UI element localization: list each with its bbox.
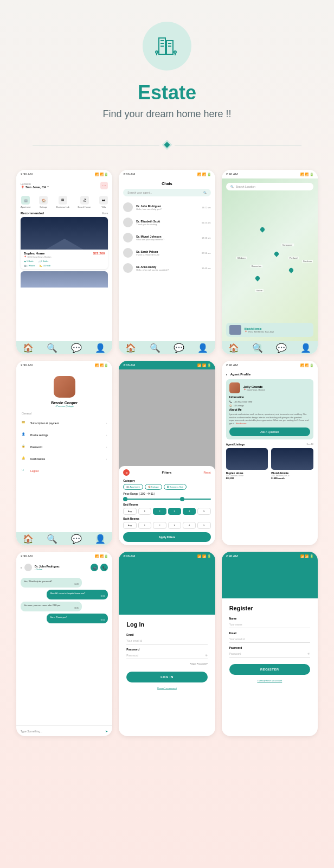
video-call-button[interactable]: 📹	[91, 564, 98, 571]
logout-icon: ↪	[22, 468, 27, 474]
nav-chat-icon[interactable]: 💬	[175, 344, 183, 352]
chat-item[interactable]: Dr. Sarah PolsonI want a 2 floored house…	[123, 245, 210, 260]
menu-logout[interactable]: ↪Logout	[16, 465, 112, 477]
category-business[interactable]: 🏛Business hub	[56, 196, 69, 208]
bathroom-option[interactable]: 3	[168, 522, 181, 529]
bathroom-option[interactable]: 2	[153, 522, 166, 529]
nav-profile-icon[interactable]: 👤	[302, 344, 310, 352]
chat-item[interactable]: Dr. Miguel JohnsonWhat are your requirem…	[123, 230, 210, 245]
nav-profile-icon[interactable]: 👤	[97, 344, 104, 352]
apply-filters-button[interactable]: Apply Filters	[123, 532, 210, 542]
map-pin-icon[interactable]	[259, 226, 265, 232]
property-card-2[interactable]	[21, 271, 108, 288]
bedroom-option[interactable]: Any	[123, 508, 136, 515]
nav-search-icon[interactable]: 🔍	[48, 344, 56, 352]
menu-subscription[interactable]: 💳Subscription & payment›	[16, 417, 112, 429]
agent-phone[interactable]: 📞 +65 8123 456 7890	[229, 400, 310, 403]
nav-search-icon[interactable]: 🔍	[151, 344, 159, 352]
register-button[interactable]: REGISTER	[229, 664, 310, 675]
nav-search-icon[interactable]: 🔍	[254, 344, 261, 352]
nav-chat-icon[interactable]: 💬	[73, 344, 80, 352]
screen-filters: 2:36 AM📶 📶 🔋 ✕ Filters Reset Category 🏢 …	[119, 361, 215, 545]
send-icon[interactable]: ➤	[105, 729, 108, 733]
bathroom-option[interactable]: 4	[183, 522, 196, 529]
eye-off-icon[interactable]: 👁	[307, 652, 310, 655]
bathroom-option[interactable]: Any	[123, 522, 136, 529]
map-pin-icon[interactable]	[254, 275, 260, 281]
category-beach[interactable]: 🏖Beach House	[78, 196, 91, 208]
register-title: Register	[229, 605, 310, 611]
category-apartment[interactable]: 🏢Apartment	[21, 196, 30, 208]
category-villa[interactable]: 🏘Villa	[99, 196, 108, 208]
have-account-link[interactable]: I already have an account	[229, 679, 310, 682]
property-card[interactable]: Duplex Home $22,200 📍 1691 DownTown, Bos…	[21, 217, 108, 269]
see-all-link[interactable]: See All	[307, 443, 313, 446]
menu-password[interactable]: 🔒Password›	[16, 441, 112, 453]
price-slider[interactable]	[123, 499, 210, 500]
forgot-password-link[interactable]: Forgot Password?	[126, 662, 207, 665]
back-icon[interactable]: ‹	[226, 373, 227, 376]
map-pin-icon[interactable]	[274, 251, 280, 257]
chat-item[interactable]: Dr. Elizabeth ScottThank you for visitin…	[123, 215, 210, 230]
nav-home-icon[interactable]: 🏠	[24, 535, 32, 542]
menu-notifications[interactable]: 🔔Notifications›	[16, 453, 112, 465]
map-view[interactable]: 🔍Search Location Vancouver Portland Hill…	[222, 178, 318, 341]
location-dropdown[interactable]: 📍 San Jose, CA ˅	[21, 186, 49, 189]
nav-profile-icon[interactable]: 👤	[97, 535, 104, 542]
nav-home-icon[interactable]: 🏠	[230, 344, 237, 352]
eye-off-icon[interactable]: 👁	[205, 654, 208, 657]
email-input[interactable]: Your email id	[229, 636, 310, 643]
chat-item[interactable]: Dr. John RodriguezHello, how can i help …	[123, 200, 210, 215]
messages-list[interactable]: Yes, What help do you need?04:20 Should …	[16, 575, 112, 629]
nav-chat-icon[interactable]: 💬	[73, 535, 80, 542]
filter-chip-business[interactable]: 🏛 Business Hub	[164, 484, 187, 490]
bedroom-option[interactable]: 4	[183, 508, 196, 515]
search-location-input[interactable]: 🔍Search Location	[226, 183, 313, 190]
map-pin-icon[interactable]	[288, 267, 294, 273]
back-icon[interactable]: ‹	[21, 566, 22, 569]
map-property-card[interactable]: Bluish Homie 📍 2715, Bell Street, San Jo…	[226, 323, 313, 337]
bedroom-option[interactable]: 5	[197, 508, 210, 515]
listing-card[interactable]: Bluish Homie 2715, Bell Street, San Jo $…	[271, 448, 313, 480]
bedroom-option[interactable]: 1	[138, 508, 151, 515]
bedroom-option[interactable]: 3	[168, 508, 181, 515]
menu-profile-settings[interactable]: 👤Profile settings›	[16, 429, 112, 441]
ask-question-button[interactable]: Ask A Question	[229, 427, 310, 436]
contact-avatar[interactable]	[24, 564, 32, 571]
name-input[interactable]: Your name	[229, 621, 310, 628]
svg-point-7	[156, 51, 158, 53]
bedroom-option[interactable]: 2	[153, 508, 166, 515]
menu-button[interactable]: ⋯	[100, 182, 108, 189]
listing-card[interactable]: Duplex Home 1691 Downtown, Boston $22,20…	[226, 448, 268, 480]
search-input[interactable]: Search your agent...🔍	[123, 189, 210, 196]
password-input[interactable]: Password👁	[229, 650, 310, 658]
reset-button[interactable]: Reset	[204, 471, 211, 474]
svg-rect-1	[166, 41, 173, 54]
bathroom-option[interactable]: 1	[138, 522, 151, 529]
lock-icon: 🔒	[22, 444, 27, 450]
category-cottage[interactable]: 🏠Cottage	[39, 196, 48, 208]
bathroom-option[interactable]: 5	[197, 522, 210, 529]
password-input[interactable]: Password👁	[126, 652, 207, 659]
voice-call-button[interactable]: 📞	[100, 564, 108, 571]
nav-search-icon[interactable]: 🔍	[48, 535, 56, 542]
nav-chat-icon[interactable]: 💬	[278, 344, 285, 352]
message-input[interactable]: Type Something...	[21, 730, 102, 733]
email-input[interactable]: Your email id	[126, 637, 207, 644]
floors-meta: 🏢 2 Floors	[24, 264, 35, 267]
profile-avatar[interactable]	[54, 376, 75, 398]
nav-profile-icon[interactable]: 👤	[199, 344, 207, 352]
chat-item[interactable]: Dr. Anna HandyHello, when will you be av…	[123, 260, 210, 276]
nav-home-icon[interactable]: 🏠	[127, 344, 134, 352]
login-button[interactable]: LOG IN	[126, 672, 207, 682]
no-account-link[interactable]: I haven't an account	[126, 687, 207, 690]
screen-login: 2:36 AM📶 📶 🔋 Log In Email Your email id …	[119, 552, 215, 736]
more-link[interactable]: More	[102, 212, 108, 215]
filter-chip-cottage[interactable]: 🏠 Cottage	[145, 484, 162, 490]
app-logo-icon	[143, 22, 191, 71]
close-button[interactable]: ✕	[123, 469, 130, 476]
about-text: I provide real estates such as home, apa…	[229, 413, 310, 425]
read-more-link[interactable]: Read more	[236, 422, 247, 425]
filter-chip-apartment[interactable]: 🏢 Apartment	[123, 484, 143, 490]
nav-home-icon[interactable]: 🏠	[24, 344, 32, 352]
